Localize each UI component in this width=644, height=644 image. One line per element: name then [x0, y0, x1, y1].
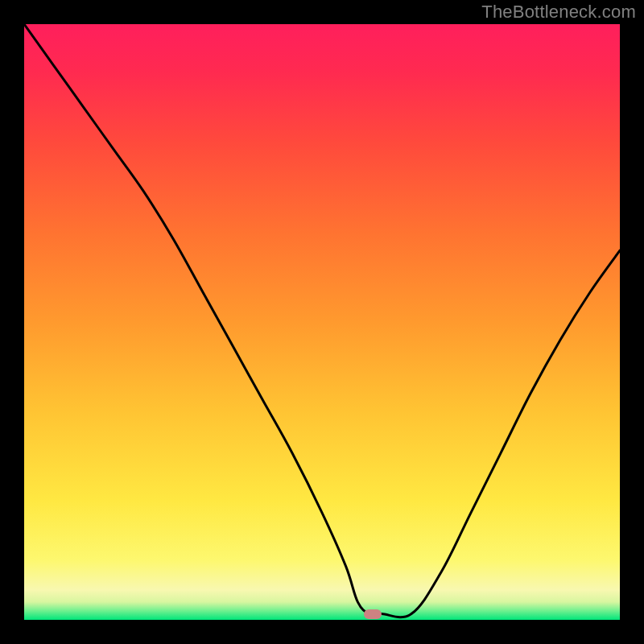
optimal-point-marker — [364, 609, 382, 619]
plot-area — [24, 24, 620, 620]
chart-svg — [24, 24, 620, 620]
gradient-background — [24, 24, 620, 620]
chart-frame: TheBottleneck.com — [0, 0, 644, 644]
watermark-text: TheBottleneck.com — [481, 2, 636, 23]
